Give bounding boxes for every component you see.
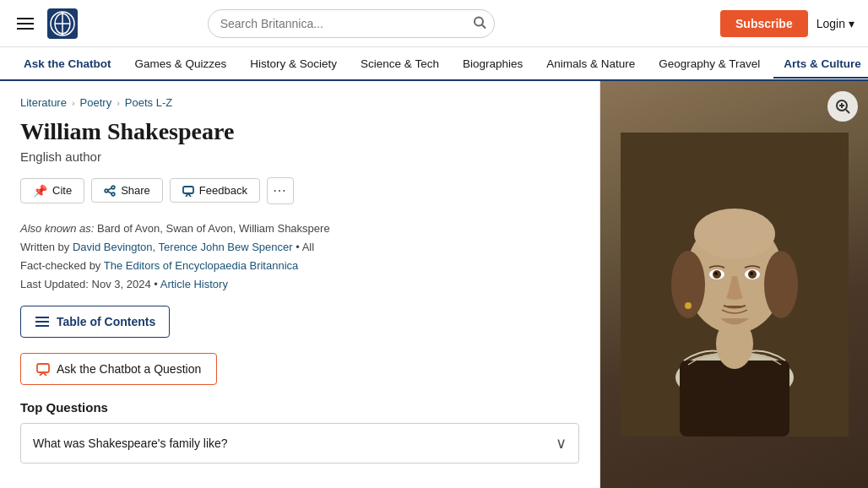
svg-point-7 <box>111 186 115 189</box>
chatbot-icon <box>36 362 50 376</box>
author-bevington[interactable]: David Bevington <box>73 241 153 253</box>
feedback-button[interactable]: Feedback <box>170 178 260 203</box>
svg-line-6 <box>482 24 486 28</box>
svg-rect-20 <box>680 361 789 436</box>
chevron-down-icon: ∨ <box>556 434 567 453</box>
header: Subscribe Login ▾ <box>0 0 868 47</box>
breadcrumb-poetry[interactable]: Poetry <box>80 96 112 109</box>
logo[interactable] <box>47 8 78 39</box>
top-questions-title: Top Questions <box>20 400 579 415</box>
svg-line-11 <box>108 191 112 192</box>
svg-point-5 <box>475 17 483 25</box>
svg-line-34 <box>846 110 849 113</box>
breadcrumb: Literature › Poetry › Poets L-Z <box>20 96 579 109</box>
article-subtitle: English author <box>20 149 579 164</box>
chevron-down-icon: ▾ <box>849 17 854 30</box>
table-of-contents-button[interactable]: Table of Contents <box>20 306 170 338</box>
share-icon <box>104 185 116 197</box>
ask-chatbot-button[interactable]: Ask the Chatbot a Question <box>20 353 217 385</box>
breadcrumb-sep-1: › <box>72 98 75 108</box>
breadcrumb-literature[interactable]: Literature <box>20 96 67 109</box>
cite-button[interactable]: 📌 Cite <box>20 178 84 203</box>
action-bar: 📌 Cite Share Feedback <box>20 177 579 204</box>
author-spencer[interactable]: Terence John Bew Spencer <box>159 241 293 253</box>
svg-rect-16 <box>37 364 49 372</box>
more-options-button[interactable]: ⋯ <box>267 177 294 204</box>
subscribe-button[interactable]: Subscribe <box>720 10 808 37</box>
search-icon <box>473 15 486 29</box>
hamburger-button[interactable] <box>14 14 37 33</box>
nav-item-biographies[interactable]: Biographies <box>453 51 533 79</box>
nav-bar: Ask the Chatbot Games & Quizzes History … <box>0 47 868 81</box>
content-wrapper: Literature › Poetry › Poets L-Z William … <box>0 81 868 488</box>
nav-item-arts[interactable]: Arts & Culture <box>773 51 868 79</box>
svg-point-8 <box>105 189 108 192</box>
also-known-as: Also known as: Bard of Avon, Swan of Avo… <box>20 220 579 238</box>
also-known-as-prefix: Also known as: <box>20 222 94 235</box>
zoom-icon <box>835 99 850 114</box>
search-input[interactable] <box>208 9 495 38</box>
metadata-section: Also known as: Bard of Avon, Swan of Avo… <box>20 220 579 294</box>
nav-item-history[interactable]: History & Society <box>240 51 347 79</box>
question-text-1: What was Shakespeare's family like? <box>33 436 228 450</box>
portrait-area <box>600 81 868 488</box>
toc-icon <box>35 316 50 328</box>
zoom-button[interactable] <box>827 91 858 122</box>
more-dots-icon: ⋯ <box>273 184 287 198</box>
share-button[interactable]: Share <box>91 178 163 203</box>
fact-checked: Fact-checked by The Editors of Encyclopa… <box>20 257 579 275</box>
written-by: Written by David Bevington, Terence John… <box>20 238 579 257</box>
svg-point-9 <box>111 192 115 196</box>
svg-point-31 <box>750 272 753 275</box>
svg-point-32 <box>685 302 692 309</box>
nav-item-science[interactable]: Science & Tech <box>350 51 449 79</box>
search-button[interactable] <box>473 15 486 31</box>
header-right: Subscribe Login ▾ <box>720 10 854 37</box>
written-by-prefix: Written by <box>20 241 69 253</box>
last-updated: Last Updated: Nov 3, 2024 • Article Hist… <box>20 275 579 294</box>
nav-item-geography[interactable]: Geography & Travel <box>648 51 770 79</box>
top-questions-section: Top Questions What was Shakespeare's fam… <box>20 400 579 464</box>
breadcrumb-sep-2: › <box>117 98 120 108</box>
login-button[interactable]: Login ▾ <box>816 17 854 30</box>
svg-point-30 <box>714 272 718 275</box>
svg-point-24 <box>764 251 798 318</box>
breadcrumb-poets-lz[interactable]: Poets L-Z <box>125 96 172 109</box>
shakespeare-portrait <box>621 133 849 436</box>
nav-item-animals[interactable]: Animals & Nature <box>536 51 645 79</box>
search-bar <box>208 9 495 38</box>
svg-line-10 <box>108 187 112 189</box>
nav-item-chatbot[interactable]: Ask the Chatbot <box>14 51 122 79</box>
feedback-icon <box>182 185 194 197</box>
article-title: William Shakespeare <box>20 117 579 146</box>
main-content: Literature › Poetry › Poets L-Z William … <box>0 81 599 488</box>
right-panel <box>599 81 868 488</box>
fact-checker-link[interactable]: The Editors of Encyclopaedia Britannica <box>104 259 299 272</box>
britannica-logo <box>47 8 78 39</box>
cite-icon: 📌 <box>33 184 47 198</box>
svg-point-25 <box>694 209 775 259</box>
question-item-1[interactable]: What was Shakespeare's family like? ∨ <box>20 423 579 464</box>
nav-item-games[interactable]: Games & Quizzes <box>125 51 237 79</box>
article-history-link[interactable]: Article History <box>160 278 228 290</box>
